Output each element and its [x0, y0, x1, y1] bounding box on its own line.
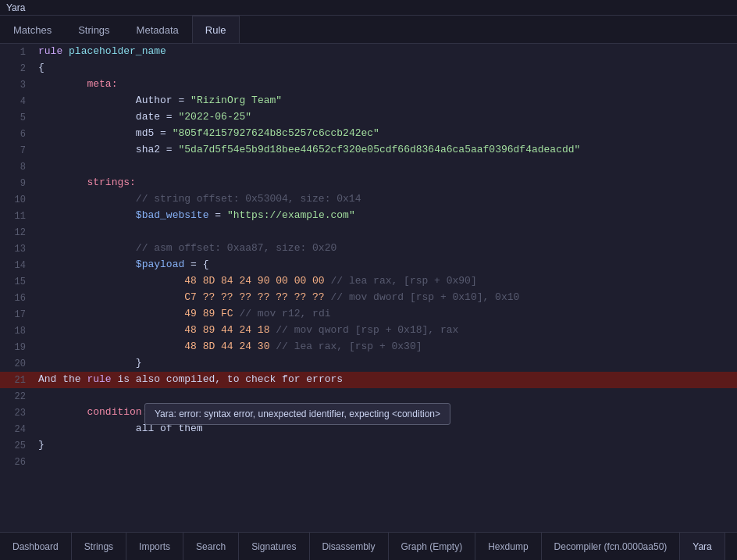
bottom-tab-imports[interactable]: Imports: [126, 533, 183, 560]
code-line-18: 18 48 89 44 24 18 // mov qword [rsp + 0x…: [0, 323, 737, 339]
tab-metadata[interactable]: Metadata: [123, 16, 192, 43]
code-line-21: 21 And the rule is also compiled, to che…: [0, 372, 737, 388]
code-line-15: 15 48 8D 84 24 90 00 00 00 // lea rax, […: [0, 273, 737, 290]
code-line-20: 20 }: [0, 355, 737, 372]
tab-strings[interactable]: Strings: [65, 16, 123, 43]
tab-rule[interactable]: Rule: [192, 16, 240, 43]
code-editor: 1 rule placeholder_name 2 { 3 meta: 4 Au…: [0, 44, 737, 532]
code-line-17: 17 49 89 FC // mov r12, rdi: [0, 306, 737, 323]
code-line-10: 10 // string offset: 0x53004, size: 0x14: [0, 191, 737, 208]
bottom-tab-search[interactable]: Search: [183, 533, 239, 560]
code-line-8: 8: [0, 159, 737, 175]
code-line-19: 19 48 8D 44 24 30 // lea rax, [rsp + 0x3…: [0, 339, 737, 355]
code-line-3: 3 meta:: [0, 77, 737, 93]
tab-matches[interactable]: Matches: [0, 16, 65, 43]
code-line-25: 25 }: [0, 437, 737, 454]
top-tab-bar: Matches Strings Metadata Rule: [0, 16, 737, 44]
bottom-tab-bar: Dashboard Strings Imports Search Signatu…: [0, 532, 737, 560]
bottom-tab-decompiler[interactable]: Decompiler (fcn.0000aa50): [542, 533, 681, 560]
bottom-tab-dashboard[interactable]: Dashboard: [0, 533, 72, 560]
code-line-16: 16 C7 ?? ?? ?? ?? ?? ?? ?? // mov dword …: [0, 290, 737, 306]
code-line-13: 13 // asm offset: 0xaa87, size: 0x20: [0, 241, 737, 257]
bottom-tab-hexdump[interactable]: Hexdump: [475, 533, 541, 560]
bottom-tab-signatures[interactable]: Signatures: [239, 533, 309, 560]
code-line-23: 23 condition:: [0, 405, 737, 421]
code-line-7: 7 sha2 = "5da7d5f54e5b9d18bee44652cf320e…: [0, 142, 737, 159]
code-line-14: 14 $payload = {: [0, 257, 737, 273]
code-line-22: 22: [0, 388, 737, 405]
code-line-5: 5 date = "2022-06-25": [0, 109, 737, 126]
title-bar: Yara: [0, 0, 737, 16]
bottom-tab-strings[interactable]: Strings: [72, 533, 126, 560]
code-line-1: 1 rule placeholder_name: [0, 44, 737, 60]
code-line-12: 12: [0, 224, 737, 241]
bottom-tab-graph[interactable]: Graph (Empty): [389, 533, 476, 560]
app-title: Yara: [6, 2, 25, 13]
code-line-2: 2 {: [0, 60, 737, 77]
code-line-9: 9 strings:: [0, 175, 737, 191]
code-line-26: 26: [0, 454, 737, 470]
code-line-24: 24 all of them: [0, 421, 737, 437]
code-line-4: 4 Author = "RizinOrg Team": [0, 93, 737, 109]
bottom-tab-yara[interactable]: Yara: [680, 533, 725, 560]
code-line-11: 11 $bad_website = "https://example.com": [0, 208, 737, 224]
bottom-tab-disassembly[interactable]: Disassembly: [310, 533, 389, 560]
code-line-6: 6 md5 = "805f42157927624b8c5257c6ccb242e…: [0, 126, 737, 142]
